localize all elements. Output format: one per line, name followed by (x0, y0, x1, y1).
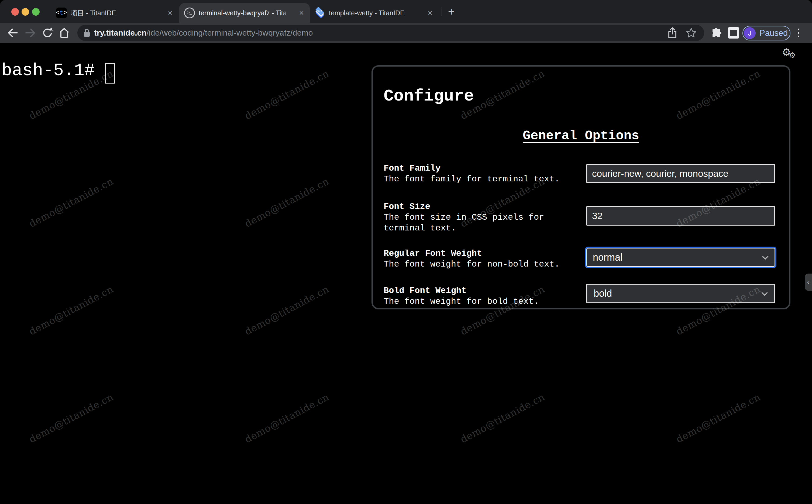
forward-icon[interactable] (24, 26, 37, 39)
collapse-panel-handle[interactable]: ‹ (805, 274, 812, 291)
tab-title: 项目 - TitanIDE (71, 9, 116, 18)
side-panel-icon[interactable] (728, 27, 739, 39)
font-family-description: The font family for terminal text. (384, 174, 575, 185)
share-icon[interactable] (667, 27, 678, 39)
macos-close-button[interactable] (11, 8, 19, 16)
close-tab-icon[interactable]: × (298, 9, 305, 17)
watermark-text: demo@titanide.cn (459, 391, 546, 445)
tab-project-titanide[interactable]: <t> 项目 - TitanIDE × (51, 3, 178, 23)
new-tab-button[interactable]: + (445, 6, 457, 18)
bookmark-star-icon[interactable] (685, 27, 697, 39)
tab-title: template-wetty - TitanIDE (329, 9, 405, 17)
url-path: /ide/web/coding/terminal-wetty-bwqryafz/… (146, 28, 313, 37)
tab-template-wetty[interactable]: </> template-wetty - TitanIDE × (310, 3, 437, 23)
tab-title: terminal-wetty-bwqryafz - Tita (199, 9, 287, 17)
macos-minimize-button[interactable] (22, 8, 29, 16)
watermark-text: demo@titanide.cn (27, 175, 115, 229)
bold-font-weight-select[interactable]: bold (586, 284, 775, 303)
general-options-heading: General Options (373, 129, 789, 143)
template-layers-favicon-icon: </> (314, 7, 326, 19)
browser-toolbar: try.titanide.cn/ide/web/coding/terminal-… (0, 23, 812, 43)
tab-title-fade (280, 3, 294, 23)
watermark-text: demo@titanide.cn (243, 391, 331, 445)
settings-gears-icon[interactable]: ⚙ ⚙ (782, 46, 799, 61)
select-value: bold (594, 288, 612, 299)
watermark-text: demo@titanide.cn (674, 391, 762, 445)
titanide-favicon-icon: <t> (56, 8, 67, 18)
regular-font-weight-label: Regular Font Weight (384, 248, 578, 259)
font-size-description: The font size in CSS pixels for terminal… (384, 212, 575, 234)
macos-zoom-button[interactable] (32, 8, 40, 16)
regular-font-weight-select[interactable]: normal (585, 247, 776, 268)
terminal-prompt: bash-5.1# (2, 60, 95, 81)
url-host: try.titanide.cn (94, 28, 146, 37)
chevron-down-icon (762, 289, 768, 296)
watermark-text: demo@titanide.cn (27, 283, 115, 337)
browser-menu-icon[interactable] (796, 26, 801, 39)
configure-panel: Configure General Options Font Family Th… (371, 65, 790, 309)
tab-strip: <t> 项目 - TitanIDE × >_ terminal-wetty-bw… (0, 0, 812, 23)
terminal-page: bash-5.1# ⚙ ⚙ Configure General Options … (0, 43, 812, 504)
configure-title: Configure (384, 87, 474, 106)
watermark-text: demo@titanide.cn (243, 175, 331, 229)
profile-pill[interactable]: J Paused (742, 26, 790, 40)
home-icon[interactable] (58, 26, 71, 39)
terminal-favicon-icon: >_ (184, 8, 195, 18)
reload-icon[interactable] (41, 26, 54, 39)
font-family-label: Font Family (384, 163, 578, 174)
profile-status-badge: Paused (759, 28, 788, 38)
watermark-text: demo@titanide.cn (27, 391, 115, 445)
extensions-puzzle-icon[interactable] (711, 27, 724, 40)
regular-font-weight-description: The font weight for non-bold text. (384, 259, 575, 270)
bold-font-weight-label: Bold Font Weight (384, 285, 578, 296)
lock-icon (83, 29, 90, 37)
address-bar[interactable]: try.titanide.cn/ide/web/coding/terminal-… (77, 25, 704, 41)
select-inner-border (586, 248, 775, 267)
watermark-text: demo@titanide.cn (243, 283, 331, 337)
browser-window: <t> 项目 - TitanIDE × >_ terminal-wetty-bw… (0, 0, 812, 504)
avatar: J (744, 27, 756, 39)
tab-separator (442, 7, 442, 16)
chevron-left-icon: ‹ (807, 278, 810, 287)
font-size-label: Font Size (384, 201, 578, 212)
back-icon[interactable] (6, 26, 19, 39)
bold-font-weight-description: The font weight for bold text. (384, 296, 575, 307)
terminal-cursor[interactable] (105, 63, 115, 84)
close-tab-icon[interactable]: × (167, 9, 174, 17)
close-tab-icon[interactable]: × (426, 9, 433, 17)
watermark-text: demo@titanide.cn (243, 68, 331, 122)
font-family-input[interactable] (586, 164, 775, 183)
font-size-input[interactable] (586, 206, 775, 226)
